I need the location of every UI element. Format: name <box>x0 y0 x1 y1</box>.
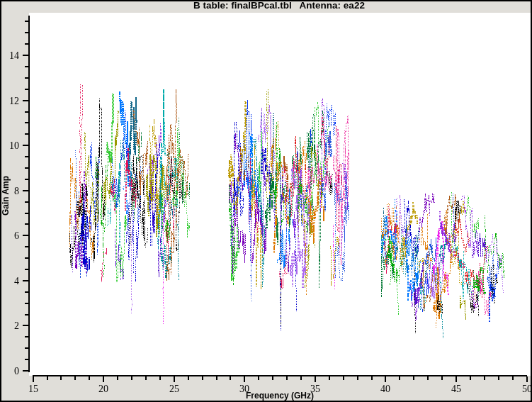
svg-text:Frequency (GHz): Frequency (GHz) <box>246 391 314 401</box>
svg-text:12: 12 <box>9 96 19 106</box>
svg-text:25: 25 <box>169 384 179 394</box>
svg-text:45: 45 <box>451 384 461 394</box>
svg-text:15: 15 <box>28 384 38 394</box>
svg-text:0: 0 <box>14 366 19 376</box>
svg-text:2: 2 <box>14 320 19 331</box>
svg-text:14: 14 <box>9 50 19 61</box>
svg-text:B table: finalBPcal.tbl Ante: B table: finalBPcal.tbl Antenna: ea22 <box>193 0 365 11</box>
svg-text:40: 40 <box>380 384 390 394</box>
svg-text:10: 10 <box>9 140 19 151</box>
svg-text:20: 20 <box>98 384 108 394</box>
svg-text:8: 8 <box>14 186 19 196</box>
svg-text:Gain Amp: Gain Amp <box>1 176 11 216</box>
svg-text:50: 50 <box>522 384 532 394</box>
svg-text:4: 4 <box>14 276 19 286</box>
svg-text:6: 6 <box>14 230 19 241</box>
